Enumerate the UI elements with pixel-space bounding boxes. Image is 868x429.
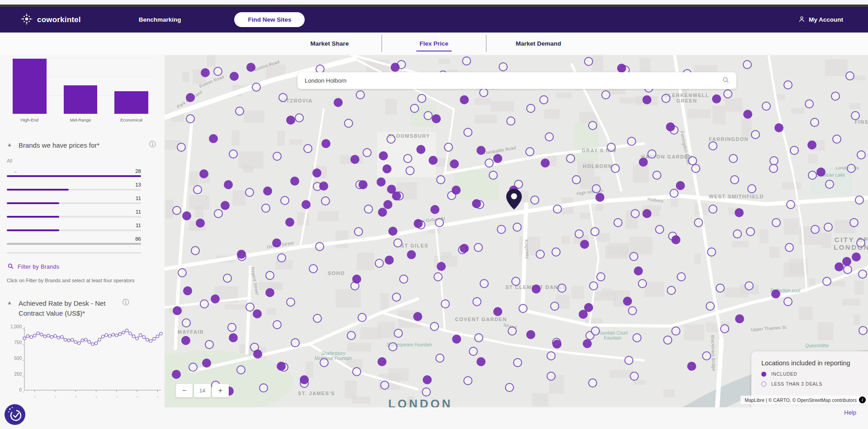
map-marker-less-than-3-deals[interactable] — [513, 223, 522, 232]
map-marker-less-than-3-deals[interactable] — [394, 329, 403, 338]
map-marker-less-than-3-deals[interactable] — [831, 92, 840, 101]
map-marker-less-than-3-deals[interactable] — [356, 90, 365, 99]
info-icon[interactable]: ⓘ — [149, 140, 156, 149]
brand-row[interactable]: 13 — [7, 182, 141, 191]
map-marker-less-than-3-deals[interactable] — [670, 189, 679, 198]
map-marker-less-than-3-deals[interactable] — [309, 264, 318, 273]
map-marker-less-than-3-deals[interactable] — [513, 358, 522, 367]
map-marker-less-than-3-deals[interactable] — [694, 218, 703, 227]
map-marker-less-than-3-deals[interactable] — [769, 164, 778, 173]
map-marker-less-than-3-deals[interactable] — [474, 333, 483, 342]
map-marker-less-than-3-deals[interactable] — [278, 93, 288, 102]
map-marker-less-than-3-deals[interactable] — [347, 331, 356, 340]
map-marker-less-than-3-deals[interactable] — [417, 94, 426, 103]
map-marker-less-than-3-deals[interactable] — [825, 180, 834, 189]
map-marker-less-than-3-deals[interactable] — [592, 184, 601, 193]
attribution-info-icon[interactable]: i — [859, 396, 866, 403]
map-search-input[interactable]: London Holborn — [297, 72, 736, 89]
map-marker-less-than-3-deals[interactable] — [553, 205, 562, 214]
map-marker-less-than-3-deals[interactable] — [313, 314, 322, 323]
map-marker-less-than-3-deals[interactable] — [536, 250, 545, 259]
map-marker-included[interactable] — [532, 284, 541, 294]
map-marker-less-than-3-deals[interactable] — [291, 338, 300, 347]
map-marker-included[interactable] — [237, 250, 246, 259]
map-marker-less-than-3-deals[interactable] — [588, 378, 597, 387]
map-marker-included[interactable] — [671, 235, 680, 244]
map-marker-included[interactable] — [286, 116, 295, 125]
map-marker-less-than-3-deals[interactable] — [364, 205, 373, 214]
map-marker-included[interactable] — [202, 359, 211, 368]
map-marker-less-than-3-deals[interactable] — [375, 259, 384, 268]
map-marker-less-than-3-deals[interactable] — [485, 159, 494, 168]
map-marker-less-than-3-deals[interactable] — [627, 137, 636, 146]
map-marker-less-than-3-deals[interactable] — [424, 111, 433, 120]
map-marker-included[interactable] — [687, 362, 696, 371]
nav-benchmarking[interactable]: Benchmarking — [139, 16, 181, 23]
map-marker-less-than-3-deals[interactable] — [519, 304, 528, 313]
map-marker-included[interactable] — [246, 63, 255, 72]
map-marker-included[interactable] — [642, 95, 651, 104]
map-marker-included[interactable] — [382, 164, 392, 173]
map-marker-included[interactable] — [774, 123, 783, 132]
map-marker-included[interactable] — [429, 156, 438, 165]
map-marker-less-than-3-deals[interactable] — [229, 149, 238, 159]
coworkintel-logo[interactable]: coworkintel — [21, 13, 81, 27]
map-marker-included[interactable] — [321, 139, 330, 148]
zoom-in-button[interactable]: + — [212, 384, 229, 397]
map-marker-included[interactable] — [378, 208, 387, 217]
map-marker-less-than-3-deals[interactable] — [550, 302, 559, 311]
map-marker-included[interactable] — [416, 145, 425, 154]
info-icon[interactable]: ⓘ — [123, 298, 129, 307]
map-marker-included[interactable] — [617, 64, 626, 73]
map-marker-less-than-3-deals[interactable] — [843, 265, 852, 274]
map-marker-less-than-3-deals[interactable] — [596, 272, 605, 281]
map-marker-less-than-3-deals[interactable] — [479, 88, 488, 97]
map-marker-less-than-3-deals[interactable] — [572, 175, 581, 184]
map-marker-included[interactable] — [771, 289, 780, 298]
map-marker-less-than-3-deals[interactable] — [303, 144, 312, 153]
map-marker-less-than-3-deals[interactable] — [677, 272, 686, 281]
map-marker-less-than-3-deals[interactable] — [261, 204, 270, 213]
map-marker-less-than-3-deals[interactable] — [511, 277, 520, 286]
brand-row[interactable]: 11 — [7, 209, 141, 218]
map-marker-less-than-3-deals[interactable] — [702, 351, 711, 360]
map-marker-less-than-3-deals[interactable] — [508, 326, 517, 336]
tab-market-share[interactable]: Market Share — [288, 40, 372, 47]
map-marker-included[interactable] — [285, 218, 294, 227]
map-marker-included[interactable] — [413, 312, 422, 321]
map-marker-less-than-3-deals[interactable] — [589, 281, 598, 290]
map-marker-less-than-3-deals[interactable] — [463, 128, 472, 137]
map-marker-less-than-3-deals[interactable] — [235, 107, 244, 116]
map-marker-included[interactable] — [414, 219, 423, 228]
map-marker-included[interactable] — [183, 286, 192, 295]
search-icon[interactable] — [722, 77, 729, 85]
map-marker-less-than-3-deals[interactable] — [344, 119, 353, 128]
map-marker-included[interactable] — [432, 114, 441, 123]
map-marker-less-than-3-deals[interactable] — [708, 205, 717, 214]
map-marker-less-than-3-deals[interactable] — [295, 113, 304, 122]
segment-bar[interactable] — [64, 85, 98, 114]
map-marker-less-than-3-deals[interactable] — [584, 57, 593, 66]
map-marker-included[interactable] — [181, 336, 190, 345]
map-marker-less-than-3-deals[interactable] — [607, 143, 616, 152]
map-marker-less-than-3-deals[interactable] — [472, 297, 481, 306]
map-marker-included[interactable] — [430, 205, 439, 214]
map-marker-less-than-3-deals[interactable] — [441, 299, 450, 308]
map-marker-less-than-3-deals[interactable] — [315, 242, 324, 251]
map-marker-included[interactable] — [437, 262, 446, 271]
map-marker-included[interactable] — [493, 154, 502, 163]
map-marker-less-than-3-deals[interactable] — [406, 166, 415, 175]
map-marker-less-than-3-deals[interactable] — [363, 148, 372, 157]
map-marker-included[interactable] — [392, 191, 401, 201]
map-marker-less-than-3-deals[interactable] — [716, 284, 725, 293]
map-marker-included[interactable] — [383, 200, 392, 209]
map-marker-included[interactable] — [835, 262, 844, 271]
map-marker-less-than-3-deals[interactable] — [786, 200, 795, 209]
map-marker-less-than-3-deals[interactable] — [435, 218, 444, 227]
map-marker-less-than-3-deals[interactable] — [847, 164, 856, 173]
map-marker-included[interactable] — [388, 227, 397, 236]
map-marker-included[interactable] — [334, 98, 343, 107]
map-marker-included[interactable] — [583, 339, 592, 348]
map-marker-included[interactable] — [842, 257, 851, 266]
map-marker-less-than-3-deals[interactable] — [671, 326, 680, 336]
